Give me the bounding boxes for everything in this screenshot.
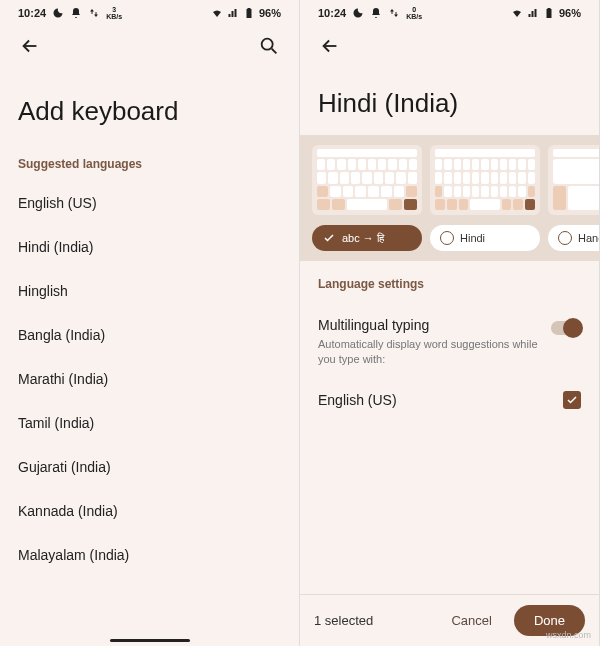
radio-icon xyxy=(558,231,572,245)
back-button[interactable] xyxy=(318,34,342,58)
battery-icon xyxy=(543,7,555,19)
page-title: Hindi (India) xyxy=(300,66,599,135)
page-title: Add keyboard xyxy=(0,66,299,151)
signal-icon xyxy=(227,7,239,19)
language-item[interactable]: Malayalam (India) xyxy=(0,533,299,577)
keyboard-thumb-transliteration[interactable] xyxy=(312,145,422,215)
net-speed: 3KB/s xyxy=(106,6,122,20)
battery-icon xyxy=(243,7,255,19)
back-button[interactable] xyxy=(18,34,42,58)
moon-icon xyxy=(352,7,364,19)
section-suggested: Suggested languages xyxy=(0,151,299,181)
keyboard-thumb-hindi[interactable] xyxy=(430,145,540,215)
updown-icon xyxy=(388,7,400,19)
language-item[interactable]: Kannada (India) xyxy=(0,489,299,533)
nav-indicator xyxy=(110,639,190,642)
updown-icon xyxy=(88,7,100,19)
battery-percent: 96% xyxy=(559,7,581,19)
search-button[interactable] xyxy=(257,34,281,58)
status-bar: 10:24 0KB/s 96% xyxy=(300,0,599,26)
app-bar xyxy=(0,26,299,66)
language-item[interactable]: Hindi (India) xyxy=(0,225,299,269)
radio-icon xyxy=(440,231,454,245)
cancel-button[interactable]: Cancel xyxy=(437,605,505,636)
wifi-icon xyxy=(511,7,523,19)
language-item[interactable]: Bangla (India) xyxy=(0,313,299,357)
chip-label: Hindi xyxy=(460,232,485,244)
layout-chips: abc → हि Hindi Handwriting xyxy=(312,225,599,251)
layout-chip-hindi[interactable]: Hindi xyxy=(430,225,540,251)
setting-description: Automatically display word suggestions w… xyxy=(318,337,541,367)
status-bar: 10:24 3KB/s 96% xyxy=(0,0,299,26)
check-icon xyxy=(322,231,336,245)
signal-icon xyxy=(527,7,539,19)
watermark: wsxdn.com xyxy=(546,630,591,640)
setting-label: Multilingual typing xyxy=(318,317,541,333)
language-item[interactable]: English (US) xyxy=(0,181,299,225)
toggle-multilingual[interactable] xyxy=(551,321,581,335)
language-english-us[interactable]: English (US) xyxy=(318,381,581,419)
bell-icon xyxy=(70,7,82,19)
battery-percent: 96% xyxy=(259,7,281,19)
chip-label: Handwriting xyxy=(578,232,599,244)
language-item[interactable]: Marathi (India) xyxy=(0,357,299,401)
keyboard-preview: abc → हि Hindi Handwriting xyxy=(300,135,599,261)
chip-label: abc → हि xyxy=(342,232,384,245)
checkbox-english-us[interactable] xyxy=(563,391,581,409)
language-item[interactable]: Hinglish xyxy=(0,269,299,313)
language-list: English (US) Hindi (India) Hinglish Bang… xyxy=(0,181,299,577)
net-speed: 0KB/s xyxy=(406,6,422,20)
wifi-icon xyxy=(211,7,223,19)
svg-point-0 xyxy=(262,39,273,50)
language-item[interactable]: Gujarati (India) xyxy=(0,445,299,489)
selected-count: 1 selected xyxy=(314,613,429,628)
app-bar xyxy=(300,26,599,66)
check-label: English (US) xyxy=(318,392,563,408)
bell-icon xyxy=(370,7,382,19)
screen-add-keyboard: 10:24 3KB/s 96% Add keyboard Suggested l… xyxy=(0,0,300,646)
status-time: 10:24 xyxy=(318,7,346,19)
moon-icon xyxy=(52,7,64,19)
setting-multilingual-typing[interactable]: Multilingual typing Automatically displa… xyxy=(318,309,581,381)
layout-chip-handwriting[interactable]: Handwriting xyxy=(548,225,599,251)
status-time: 10:24 xyxy=(18,7,46,19)
layout-chip-transliteration[interactable]: abc → हि xyxy=(312,225,422,251)
screen-hindi-india: 10:24 0KB/s 96% Hindi (India) xyxy=(300,0,600,646)
keyboard-thumb-handwriting[interactable] xyxy=(548,145,599,215)
section-language-settings: Language settings xyxy=(300,261,599,295)
language-item[interactable]: Tamil (India) xyxy=(0,401,299,445)
